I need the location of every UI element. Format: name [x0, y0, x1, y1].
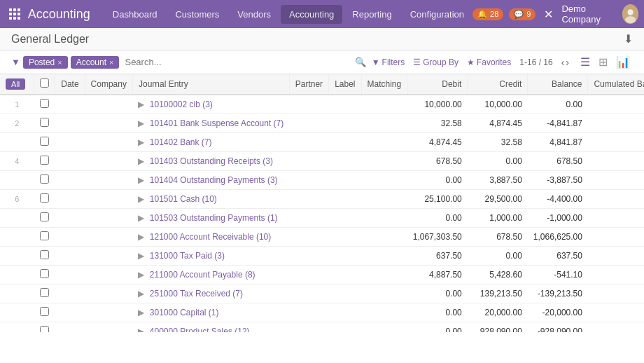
expand-arrow-icon[interactable]: ▶ [138, 251, 144, 261]
next-page-button[interactable]: › [566, 57, 569, 68]
table-row[interactable]: ▶ 400000 Product Sales (12) 0.00 928,090… [0, 322, 644, 333]
row-checkbox[interactable] [40, 193, 49, 203]
notifications-badge[interactable]: 🔔 28 [472, 8, 503, 20]
prev-page-button[interactable]: ‹ [561, 57, 565, 68]
row-checkbox[interactable] [40, 250, 49, 259]
expand-arrow-icon[interactable]: ▶ [138, 289, 144, 299]
remove-account-filter[interactable]: × [109, 58, 113, 67]
row-checkbox-col[interactable] [34, 133, 55, 152]
col-header-journal-entry[interactable]: Journal Entry [132, 74, 289, 95]
col-header-all[interactable]: All [0, 74, 34, 95]
row-label[interactable]: 101403 Outstanding Receipts (3) [150, 156, 273, 166]
expand-arrow-icon[interactable]: ▶ [138, 194, 144, 204]
list-view-button[interactable]: ☰ [578, 54, 593, 70]
row-checkbox[interactable] [40, 156, 49, 165]
table-row[interactable]: ▶ 211000 Account Payable (8) 4,887.50 5,… [0, 266, 644, 285]
col-header-company[interactable]: Company [85, 74, 132, 95]
all-button[interactable]: All [6, 78, 25, 90]
filter-tag-account[interactable]: Account × [71, 56, 120, 69]
row-checkbox-col[interactable] [34, 209, 55, 228]
col-header-label[interactable]: Label [329, 74, 361, 95]
col-header-partner[interactable]: Partner [289, 74, 328, 95]
nav-vendors[interactable]: Vendors [229, 5, 279, 24]
row-checkbox[interactable] [40, 326, 49, 332]
nav-reporting[interactable]: Reporting [344, 5, 400, 24]
col-header-debit[interactable]: Debit [407, 74, 468, 95]
row-checkbox-col[interactable] [34, 95, 55, 114]
table-row[interactable]: 6 ▶ 101501 Cash (10) 25,100.00 29,500.00… [0, 190, 644, 209]
expand-arrow-icon[interactable]: ▶ [138, 270, 144, 280]
expand-arrow-icon[interactable]: ▶ [138, 327, 144, 332]
row-checkbox[interactable] [40, 99, 49, 108]
row-checkbox-col[interactable] [34, 114, 55, 133]
user-avatar[interactable] [622, 4, 638, 24]
search-input[interactable] [122, 55, 351, 69]
expand-arrow-icon[interactable]: ▶ [138, 213, 144, 223]
row-label[interactable]: 101501 Cash (10) [150, 194, 217, 204]
chart-view-button[interactable]: 📊 [613, 54, 633, 70]
row-label[interactable]: 131000 Tax Paid (3) [150, 251, 225, 261]
row-label[interactable]: 301000 Capital (1) [150, 308, 219, 317]
row-checkbox-col[interactable] [34, 303, 55, 322]
row-checkbox-col[interactable] [34, 247, 55, 266]
row-checkbox-col[interactable] [34, 190, 55, 209]
col-header-checkbox[interactable] [34, 74, 55, 95]
row-label[interactable]: 101404 Outstanding Payments (3) [150, 175, 278, 185]
expand-arrow-icon[interactable]: ▶ [138, 308, 144, 317]
col-header-cumulated[interactable]: Cumulated Bal... [588, 74, 644, 95]
remove-posted-filter[interactable]: × [57, 58, 62, 67]
close-icon[interactable]: ✕ [541, 5, 556, 24]
row-checkbox[interactable] [40, 269, 49, 278]
filter-tag-posted[interactable]: Posted × [23, 56, 68, 69]
expand-arrow-icon[interactable]: ▶ [138, 100, 144, 109]
expand-arrow-icon[interactable]: ▶ [138, 175, 144, 185]
pivot-view-button[interactable]: ⊞ [596, 54, 610, 70]
row-label[interactable]: 121000 Account Receivable (10) [150, 232, 271, 242]
row-checkbox-col[interactable] [34, 152, 55, 171]
row-checkbox-col[interactable] [34, 322, 55, 333]
row-label[interactable]: 211000 Account Payable (8) [150, 270, 255, 280]
favorites-button[interactable]: ★ Favorites [467, 57, 511, 67]
group-by-button[interactable]: ☰ Group By [413, 57, 458, 67]
row-label[interactable]: 101402 Bank (7) [150, 137, 212, 147]
table-row[interactable]: ▶ 251000 Tax Received (7) 0.00 139,213.5… [0, 285, 644, 303]
col-header-balance[interactable]: Balance [528, 74, 588, 95]
expand-arrow-icon[interactable]: ▶ [138, 232, 144, 242]
row-label[interactable]: 101503 Outstanding Payments (1) [150, 213, 278, 223]
row-checkbox-col[interactable] [34, 171, 55, 190]
apps-grid-icon[interactable] [6, 4, 24, 24]
nav-accounting[interactable]: Accounting [281, 5, 342, 24]
row-label[interactable]: 251000 Tax Received (7) [150, 289, 243, 299]
col-header-matching[interactable]: Matching [361, 74, 407, 95]
row-checkbox[interactable] [40, 118, 49, 127]
company-name[interactable]: Demo Company [561, 4, 616, 25]
row-checkbox[interactable] [40, 174, 49, 184]
nav-customers[interactable]: Customers [167, 5, 227, 24]
row-label[interactable]: 10100002 cib (3) [150, 100, 213, 109]
filters-button[interactable]: ▼ Filters [372, 57, 405, 67]
nav-configuration[interactable]: Configuration [402, 5, 472, 24]
table-row[interactable]: 1 ▶ 10100002 cib (3) 10,000.00 10,000.00… [0, 95, 644, 114]
row-checkbox-col[interactable] [34, 266, 55, 285]
row-checkbox[interactable] [40, 212, 49, 221]
table-row[interactable]: ▶ 101402 Bank (7) 4,874.45 32.58 4,841.8… [0, 133, 644, 152]
select-all-checkbox[interactable] [40, 78, 49, 88]
row-checkbox[interactable] [40, 137, 49, 146]
expand-arrow-icon[interactable]: ▶ [138, 156, 144, 166]
col-header-credit[interactable]: Credit [468, 74, 528, 95]
messages-badge[interactable]: 💬 9 [509, 8, 536, 20]
table-row[interactable]: 4 ▶ 101403 Outstanding Receipts (3) 678.… [0, 152, 644, 171]
expand-arrow-icon[interactable]: ▶ [138, 137, 144, 147]
table-row[interactable]: ▶ 121000 Account Receivable (10) 1,067,3… [0, 228, 644, 247]
table-row[interactable]: ▶ 101404 Outstanding Payments (3) 0.00 3… [0, 171, 644, 190]
table-row[interactable]: ▶ 101503 Outstanding Payments (1) 0.00 1… [0, 209, 644, 228]
table-row[interactable]: ▶ 301000 Capital (1) 0.00 20,000.00 -20,… [0, 303, 644, 322]
row-label[interactable]: 101401 Bank Suspense Account (7) [150, 118, 284, 128]
row-label[interactable]: 400000 Product Sales (12) [150, 327, 250, 332]
table-row[interactable]: ▶ 131000 Tax Paid (3) 637.50 0.00 637.50… [0, 247, 644, 266]
table-row[interactable]: 2 ▶ 101401 Bank Suspense Account (7) 32.… [0, 114, 644, 133]
row-checkbox[interactable] [40, 288, 49, 297]
row-checkbox[interactable] [40, 231, 49, 240]
nav-dashboard[interactable]: Dashboard [104, 5, 166, 24]
expand-arrow-icon[interactable]: ▶ [138, 118, 144, 128]
